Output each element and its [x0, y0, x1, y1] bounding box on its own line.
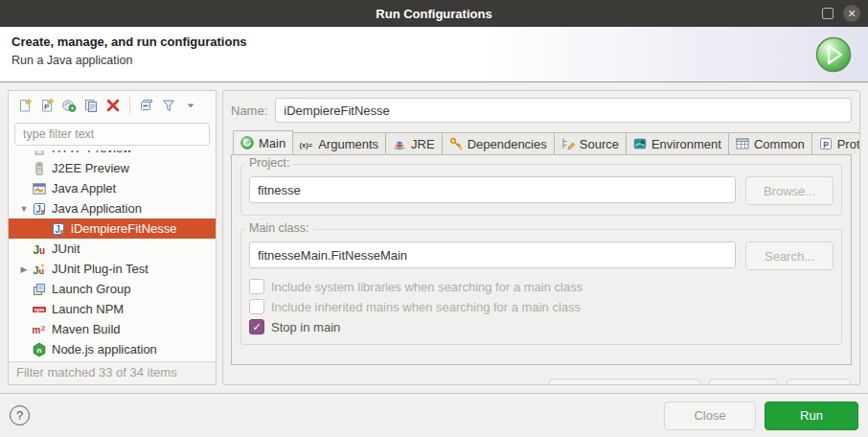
- collapse-all-button[interactable]: [137, 96, 156, 115]
- run-button[interactable]: Run: [765, 402, 858, 430]
- tree-item-label: Launch NPM: [52, 302, 124, 316]
- tab-environment[interactable]: Environment: [626, 132, 729, 154]
- duplicate-button[interactable]: [81, 96, 101, 115]
- tab-dependencies[interactable]: Dependencies: [442, 132, 555, 154]
- main-class-group: Main class: Search... Include system lib…: [240, 229, 842, 345]
- window-title: Run Configurations: [376, 7, 491, 21]
- prototype-tab-icon: P: [818, 136, 834, 151]
- environment-tab-icon: [632, 136, 648, 151]
- filter-input[interactable]: [14, 123, 210, 146]
- tree-item-label: Java Application: [52, 201, 142, 216]
- name-input[interactable]: [275, 98, 852, 123]
- expander-closed-icon[interactable]: ▶: [16, 264, 32, 274]
- configuration-editor: Name: Main(x)=ArgumentsJREDependenciesSo…: [222, 90, 860, 385]
- tree-item-label: JUnit: [52, 242, 80, 256]
- tree-item-label: J2EE Preview: [52, 161, 129, 175]
- titlebar: Run Configurations ✕: [0, 0, 868, 27]
- dialog-body: P HTTP PreviewJ2EE PreviewJava Applet▼JJ…: [0, 82, 868, 385]
- filter-button[interactable]: [159, 96, 178, 115]
- tab-source[interactable]: Source: [554, 132, 627, 154]
- tree-item-java-application[interactable]: ▼JJava Application: [9, 198, 216, 218]
- toolbar-separator: [129, 97, 130, 114]
- tab-label: Source: [580, 137, 619, 151]
- arguments-tab-icon: (x)=: [299, 136, 314, 151]
- page-title: Create, manage, and run configurations: [11, 34, 857, 49]
- tree-item-label: Node.js application: [52, 342, 157, 356]
- collapse-all-icon: [139, 98, 154, 113]
- revert-button[interactable]: Revert: [709, 379, 778, 385]
- checkbox-label: Include inherited mains when searching f…: [271, 300, 581, 314]
- main-class-input[interactable]: [249, 242, 736, 268]
- help-button[interactable]: ?: [10, 405, 30, 426]
- tab-arguments[interactable]: (x)=Arguments: [292, 132, 386, 154]
- checkbox-unchecked-icon[interactable]: [249, 279, 264, 294]
- apply-button[interactable]: Apply: [787, 379, 851, 385]
- tab-prototype[interactable]: PPrototype: [811, 132, 860, 154]
- svg-text:n: n: [37, 346, 42, 355]
- close-button[interactable]: Close: [664, 402, 756, 430]
- delete-icon: [105, 98, 121, 113]
- filter-icon: [161, 98, 176, 113]
- sidebar-toolbar: P: [9, 91, 216, 120]
- svg-text:2: 2: [41, 324, 45, 333]
- common-tab-icon: [735, 136, 750, 151]
- tree-item-http-preview[interactable]: HTTP Preview: [9, 150, 216, 158]
- duplicate-icon: [83, 98, 99, 113]
- link-prototype-button[interactable]: [59, 96, 79, 115]
- tree-item-node-js-application[interactable]: nNode.js application: [9, 339, 216, 359]
- show-command-line-button[interactable]: Show Command Line: [549, 379, 700, 385]
- svg-text:P: P: [44, 103, 50, 111]
- tab-label: JRE: [411, 137, 435, 151]
- java-application-icon: J: [51, 221, 66, 237]
- expander-open-icon[interactable]: ▼: [16, 204, 32, 214]
- checkbox-unchecked-icon[interactable]: [249, 299, 264, 314]
- page-subtitle: Run a Java application: [11, 54, 857, 67]
- main-tab-icon: [240, 135, 255, 150]
- filter-status: Filter matched 33 of 34 items: [9, 361, 216, 384]
- tree-item-junit-plug-in-test[interactable]: ▶JuJUnit Plug-in Test: [9, 259, 216, 279]
- tree-item-launch-npm[interactable]: npmLaunch NPM: [9, 299, 216, 319]
- tree-item-java-applet[interactable]: Java Applet: [9, 178, 216, 198]
- search-button[interactable]: Search...: [745, 242, 834, 270]
- nodejs-icon: n: [32, 342, 47, 357]
- tree-item-junit[interactable]: JuJUnit: [9, 239, 216, 259]
- new-config-button[interactable]: [15, 96, 34, 115]
- tree-item-label: Launch Group: [52, 282, 130, 296]
- svg-text:m: m: [33, 325, 41, 335]
- project-input[interactable]: [249, 176, 736, 203]
- tab-label: Dependencies: [468, 137, 547, 151]
- dialog-footer: ? Close Run: [0, 393, 868, 437]
- svg-text:(x)=: (x)=: [300, 141, 313, 150]
- main-class-label: Main class:: [245, 221, 313, 235]
- checkbox-row-include-system-libraries-when-searching-: Include system libraries when searching …: [249, 279, 834, 294]
- main-class-options: Include system libraries when searching …: [249, 279, 834, 334]
- window-controls: ✕: [822, 0, 860, 27]
- checkbox-checked-icon[interactable]: ✓: [249, 319, 264, 334]
- tab-label: Main: [259, 136, 286, 150]
- tab-main[interactable]: Main: [233, 130, 293, 154]
- project-label: Project:: [245, 156, 293, 170]
- tab-jre[interactable]: JRE: [385, 132, 443, 154]
- tree-item-launch-group[interactable]: Launch Group: [9, 279, 216, 299]
- dialog-header: Create, manage, and run configurations R…: [0, 27, 868, 82]
- java-application-icon: J: [32, 201, 47, 217]
- jre-tab-icon: [392, 136, 407, 151]
- tree-item-j2ee-preview[interactable]: J2EE Preview: [9, 158, 216, 178]
- new-prototype-button[interactable]: P: [37, 96, 57, 115]
- browse-button[interactable]: Browse...: [745, 176, 834, 205]
- tree-item-maven-build[interactable]: m2Maven Build: [9, 319, 216, 339]
- launch-npm-icon: npm: [32, 302, 47, 317]
- junit-plugin-icon: Ju: [32, 262, 47, 277]
- config-actions: Show Command LineRevertApply: [231, 365, 852, 385]
- checkbox-row-stop-in-main: ✓Stop in main: [249, 319, 834, 334]
- project-group: Project: Browse...: [240, 164, 842, 216]
- menu-dropdown-button[interactable]: [181, 96, 200, 115]
- dependencies-tab-icon: [448, 136, 464, 151]
- svg-text:u: u: [39, 266, 45, 276]
- tab-common[interactable]: Common: [728, 132, 812, 154]
- configurations-tree: HTTP PreviewJ2EE PreviewJava Applet▼JJav…: [9, 150, 216, 361]
- close-icon[interactable]: ✕: [843, 5, 860, 22]
- maximize-icon[interactable]: [822, 8, 834, 19]
- tree-item-idempierefitnesse[interactable]: JiDempiereFitNesse: [9, 218, 216, 239]
- delete-button[interactable]: [103, 96, 123, 115]
